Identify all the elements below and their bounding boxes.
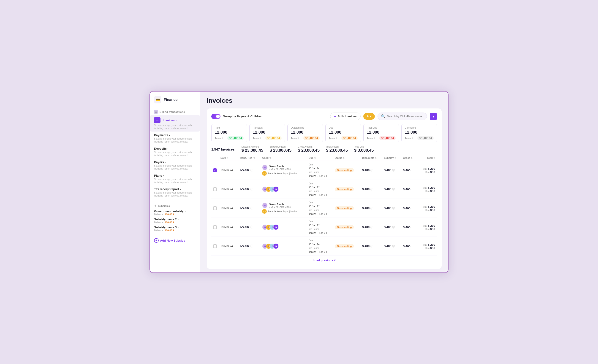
sidebar-item-desc: Set and manage your center's details, in… [154, 137, 196, 143]
header-total: Total ⇅ [417, 155, 437, 161]
row-gross: $ 400 [401, 237, 417, 256]
info-icon[interactable]: ⓘ [250, 206, 253, 210]
discount-info-icon[interactable]: ⓘ [370, 207, 373, 210]
row-checkbox-cell[interactable] [211, 180, 219, 199]
row-child: S L A +4 [260, 218, 307, 237]
child-name: Sarah Smith [269, 203, 291, 206]
discount-info-icon[interactable]: ⓘ [370, 245, 373, 248]
row-subsidy: $ 400 ⓘ [382, 199, 401, 218]
row-checkbox-cell[interactable] [211, 199, 219, 218]
payer-name: Lora Jackson [268, 210, 282, 213]
row-due: Due 13 Jan 22 Inv. Period Jan 24 – Feb 2… [307, 218, 333, 237]
total-due-amount: Total Due $ 3,000.45 [354, 146, 374, 153]
subsidy-info-icon[interactable]: ⓘ [392, 207, 395, 210]
stat-value: 12,000 [215, 130, 244, 135]
row-total: Total $ 200 Due $ 10 [417, 218, 437, 237]
stats-row: Paid 12,000 Amount $ 1,400.34 Partically… [211, 124, 437, 142]
sidebar-title: Finance [164, 98, 177, 102]
sidebar-item-label: Plans › [154, 174, 164, 177]
subsidy-item-2[interactable]: Subsidy name 3 › Balance: 100.00 € [154, 226, 196, 232]
row-ref: INV-102 ⓘ [238, 199, 260, 218]
load-prev-arrow-icon: ▾ [334, 259, 336, 262]
discount-info-icon[interactable]: ⓘ [370, 226, 373, 229]
invoices-table: Date ⇅ Trans. Ref. ⇅ Child ⇅ Due ⇅ Statu… [211, 155, 437, 256]
active-invoice-icon: ☰ [154, 117, 160, 123]
header-gross: Gross ⇅ [401, 155, 417, 161]
row-ref: INV-102 ⓘ [238, 237, 260, 256]
sidebar-item-invoices[interactable]: ☰ Invoices › Set and manage your center'… [150, 115, 200, 131]
header-subsidy: Subsidy ⇅ [382, 155, 401, 161]
row-date: 13 Mar 24 [219, 161, 238, 180]
sidebar-item-deposits[interactable]: Deposits › Set and manage your center's … [150, 145, 200, 159]
row-date: 13 Mar 24 [219, 180, 238, 199]
subsidy-info-icon[interactable]: ⓘ [392, 245, 395, 248]
row-subsidy: $ 400 ⓘ [382, 218, 401, 237]
stat-label: Past Due [367, 126, 396, 129]
row-gross: $ 400 [401, 180, 417, 199]
sidebar-item-tax[interactable]: Tax receipt report › Set and manage your… [150, 186, 200, 199]
payer-name: Lora Jackson [268, 172, 282, 175]
invoices-count: 1,547 Invoices [211, 147, 235, 151]
info-icon[interactable]: ⓘ [250, 225, 253, 229]
row-discounts: $ 400 ⓘ [360, 218, 382, 237]
row-checkbox[interactable] [213, 206, 217, 210]
info-icon[interactable]: ⓘ [250, 168, 253, 172]
subsidy-info-icon[interactable]: ⓘ [392, 188, 395, 191]
add-subsidy-button[interactable]: + Add New Subsidy [150, 238, 200, 243]
stat-amount-row: Amount $ 1,400.34 [253, 136, 282, 140]
sidebar-item-desc: Set and manage your center's details, in… [154, 164, 196, 170]
row-checkbox-cell[interactable] [211, 218, 219, 237]
info-icon[interactable]: ⓘ [250, 187, 253, 191]
toggle-label: Group by Payers & Children [223, 115, 262, 118]
header-discounts: Discounts ⇅ [360, 155, 382, 161]
status-badge: Outstanding [335, 206, 354, 210]
status-badge: Outstanding [335, 244, 354, 248]
subsidies-label: ⬆ Subsidies [154, 204, 196, 207]
payer-role: Payer | Mother [282, 172, 297, 175]
row-checkbox-cell[interactable]: ✓ [211, 161, 219, 180]
info-icon[interactable]: ⓘ [250, 244, 253, 248]
row-checkbox[interactable] [213, 225, 217, 229]
page-title: Invoices [207, 97, 442, 104]
subsidy-item-1[interactable]: Subsidy name 2 › Balance: 100.00 € [154, 218, 196, 224]
subsidy-info-icon[interactable]: ⓘ [392, 226, 395, 229]
row-gross: $ 400 [401, 161, 417, 180]
subsidy-info-icon[interactable]: ⓘ [392, 169, 395, 172]
download-button[interactable]: ⬇ ▾ [363, 113, 375, 120]
toolbar: Group by Payers & Children + Bulk Invoic… [211, 113, 437, 120]
filter-button[interactable]: ▼ [430, 113, 437, 120]
subsidies-icon: ⬆ [154, 204, 156, 207]
stat-card-outstanding: Outstanding 12,000 Amount $ 1,400.34 [287, 124, 323, 142]
stat-amount-value: $ 1,400.34 [227, 136, 244, 140]
header-date: Date ⇅ [219, 155, 238, 161]
row-status: Outstanding [333, 237, 360, 256]
total-amount: Total Amount $ 23,000.45 [326, 146, 348, 153]
row-subsidy: $ 400 ⓘ [382, 237, 401, 256]
subsidies-section: ⬆ Subsidies Government subsidy › Balance… [150, 201, 200, 235]
discount-info-icon[interactable]: ⓘ [370, 188, 373, 191]
row-checkbox[interactable]: ✓ [213, 168, 217, 172]
sidebar-item-plans[interactable]: Plans › Set and manage your center's det… [150, 172, 200, 186]
group-toggle[interactable] [211, 114, 220, 119]
load-previous-button[interactable]: Load previous ▾ [211, 256, 437, 265]
row-total: Total $ 200 Due $ 10 [417, 161, 437, 180]
subsidy-name: Subsidy name 2 › [154, 218, 196, 221]
avatar-group: S L A +4 [262, 225, 305, 230]
summary-amounts: Discount Amount $ 23,000.45 Subsidy Amou… [241, 146, 374, 153]
search-box[interactable]: 🔍 [378, 113, 427, 120]
stat-amount-value: $ 1,400.34 [417, 136, 434, 140]
row-checkbox[interactable] [213, 187, 217, 191]
subsidy-item-0[interactable]: Government subsidy › Balance: 100.00 € [154, 210, 196, 216]
bulk-invoices-button[interactable]: + Bulk Invoices [330, 113, 361, 120]
search-input[interactable] [387, 115, 424, 118]
row-checkbox-cell[interactable] [211, 237, 219, 256]
header-checkbox [211, 155, 219, 161]
discount-info-icon[interactable]: ⓘ [370, 169, 373, 172]
row-discounts: $ 400 ⓘ [360, 199, 382, 218]
row-checkbox[interactable] [213, 244, 217, 248]
sidebar-item-payments[interactable]: Payments › Set and manage your center's … [150, 131, 200, 145]
subsidies-list: Government subsidy › Balance: 100.00 € S… [154, 210, 196, 232]
sidebar-item-payers[interactable]: Payers › Set and manage your center's de… [150, 159, 200, 172]
sidebar-header: 💳 Finance [150, 91, 200, 107]
stat-value: 12,000 [253, 130, 282, 135]
